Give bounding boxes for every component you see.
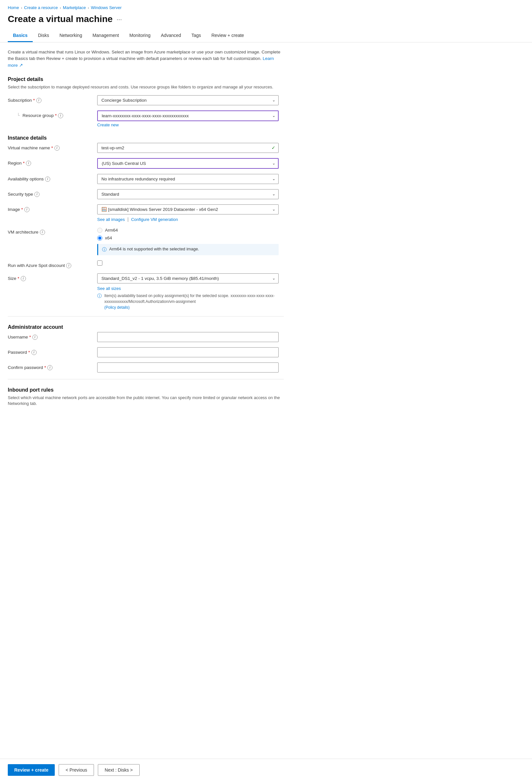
subscription-select[interactable]: Concierge Subscription xyxy=(97,95,279,105)
inbound-port-title: Inbound port rules xyxy=(8,387,284,393)
instance-details-title: Instance details xyxy=(8,135,284,141)
password-input[interactable] xyxy=(97,347,279,357)
breadcrumb-windows-server[interactable]: Windows Server xyxy=(91,5,122,10)
policy-info-icon: ⓘ xyxy=(97,293,102,299)
breadcrumb-create-resource[interactable]: Create a resource xyxy=(24,5,58,10)
spot-info-icon[interactable]: i xyxy=(66,263,71,268)
page-title-menu[interactable]: ··· xyxy=(117,15,122,23)
arch-x64-label: x64 xyxy=(105,236,112,240)
password-info-icon[interactable]: i xyxy=(32,350,37,355)
next-button[interactable]: Next : Disks > xyxy=(98,764,140,776)
tab-monitoring[interactable]: Monitoring xyxy=(124,30,156,42)
breadcrumb-sep-2: › xyxy=(59,6,61,10)
size-label: Size * i xyxy=(8,274,92,281)
image-row: Image * i 🪟 [smalldisk] Windows Server 2… xyxy=(8,204,284,222)
availability-label: Availability options i xyxy=(8,174,92,182)
size-select-wrap: Standard_DS1_v2 - 1 vcpu, 3.5 GiB memory… xyxy=(97,274,279,283)
security-info-icon[interactable]: i xyxy=(34,192,40,197)
create-new-link[interactable]: Create new xyxy=(97,122,284,127)
size-links: See all sizes xyxy=(97,285,284,291)
bottom-bar: Review + create < Previous Next : Disks … xyxy=(0,758,532,781)
vm-arch-control: Arm64 x64 ⓘ Arm64 is not supported with … xyxy=(97,227,284,255)
resource-group-select[interactable]: learn-xxxxxxxx-xxxx-xxxx-xxxx-xxxxxxxxxx… xyxy=(97,111,279,121)
policy-details-link[interactable]: (Policy details) xyxy=(104,305,279,310)
tab-networking[interactable]: Networking xyxy=(54,30,87,42)
policy-text-block: Item(s) availability based on policy ass… xyxy=(104,293,279,310)
image-required: * xyxy=(22,207,23,212)
image-label: Image * i xyxy=(8,204,92,212)
tab-management[interactable]: Management xyxy=(87,30,124,42)
size-control: Standard_DS1_v2 - 1 vcpu, 3.5 GiB memory… xyxy=(97,274,284,310)
password-row: Password * i xyxy=(8,347,284,357)
rg-info-icon[interactable]: i xyxy=(58,113,63,118)
tab-tags[interactable]: Tags xyxy=(186,30,206,42)
vm-arch-radio-group: Arm64 x64 xyxy=(97,228,284,241)
breadcrumb-marketplace[interactable]: Marketplace xyxy=(63,5,86,10)
subscription-info-icon[interactable]: i xyxy=(36,98,41,103)
username-info-icon[interactable]: i xyxy=(32,335,38,340)
previous-button[interactable]: < Previous xyxy=(58,764,94,776)
configure-vm-link[interactable]: Configure VM generation xyxy=(131,217,178,222)
confirm-password-row: Confirm password * i xyxy=(8,363,284,373)
size-row: Size * i Standard_DS1_v2 - 1 vcpu, 3.5 G… xyxy=(8,274,284,310)
vm-name-row: Virtual machine name * i ✓ xyxy=(8,143,284,153)
username-label: Username * i xyxy=(8,332,92,340)
see-all-images-link[interactable]: See all images xyxy=(97,217,125,222)
spot-checkbox[interactable] xyxy=(97,260,103,265)
size-info-icon[interactable]: i xyxy=(21,276,26,281)
availability-info-icon[interactable]: i xyxy=(45,176,50,182)
arch-arm64-radio[interactable] xyxy=(97,228,103,233)
spot-row: Run with Azure Spot discount i xyxy=(8,260,284,268)
arch-arm64-option[interactable]: Arm64 xyxy=(97,228,284,233)
resource-group-label: └ Resource group * i xyxy=(8,111,92,118)
security-control: Standard ⌄ xyxy=(97,189,284,199)
confirm-password-control xyxy=(97,363,284,373)
vmname-required: * xyxy=(51,146,53,150)
resource-group-row: └ Resource group * i learn-xxxxxxxx-xxxx… xyxy=(8,111,284,127)
availability-select[interactable]: No infrastructure redundancy required xyxy=(97,174,279,184)
breadcrumb: Home › Create a resource › Marketplace ›… xyxy=(0,0,532,13)
vm-name-label: Virtual machine name * i xyxy=(8,143,92,151)
confirm-password-label: Confirm password * i xyxy=(8,363,92,370)
vm-arch-info-icon[interactable]: i xyxy=(40,230,45,235)
section-divider xyxy=(8,316,284,317)
availability-control: No infrastructure redundancy required ⌄ xyxy=(97,174,284,184)
breadcrumb-sep-1: › xyxy=(21,6,23,10)
region-control: (US) South Central US ⌄ xyxy=(97,158,284,169)
page-title: Create a virtual machine xyxy=(8,14,113,24)
arm64-info-text: Arm64 is not supported with the selected… xyxy=(109,247,199,251)
availability-row: Availability options i No infrastructure… xyxy=(8,174,284,184)
size-required: * xyxy=(17,276,19,281)
username-row: Username * i xyxy=(8,332,284,342)
image-info-icon[interactable]: i xyxy=(24,207,30,212)
tab-advanced[interactable]: Advanced xyxy=(156,30,186,42)
bottom-spacer xyxy=(8,412,284,438)
see-all-sizes-link[interactable]: See all sizes xyxy=(97,286,121,291)
region-select[interactable]: (US) South Central US xyxy=(97,158,279,169)
vm-name-input[interactable] xyxy=(97,143,279,153)
arch-x64-radio[interactable] xyxy=(97,236,103,241)
vmname-info-icon[interactable]: i xyxy=(54,146,59,151)
tab-review-create[interactable]: Review + create xyxy=(206,30,249,42)
breadcrumb-home[interactable]: Home xyxy=(8,5,19,10)
rg-required: * xyxy=(55,113,57,118)
inbound-port-desc: Select which virtual machine network por… xyxy=(8,395,284,407)
subscription-required: * xyxy=(33,98,35,103)
rg-control: learn-xxxxxxxx-xxxx-xxxx-xxxx-xxxxxxxxxx… xyxy=(97,111,284,127)
size-select[interactable]: Standard_DS1_v2 - 1 vcpu, 3.5 GiB memory… xyxy=(97,274,279,283)
confirm-pw-info-icon[interactable]: i xyxy=(47,365,52,370)
arch-x64-option[interactable]: x64 xyxy=(97,236,284,241)
confirm-password-input[interactable] xyxy=(97,363,279,373)
review-create-button[interactable]: Review + create xyxy=(8,764,55,776)
region-info-icon[interactable]: i xyxy=(26,161,31,166)
image-select[interactable]: 🪟 [smalldisk] Windows Server 2019 Datace… xyxy=(97,204,279,214)
region-select-wrap: (US) South Central US ⌄ xyxy=(97,158,279,169)
tab-bar: Basics Disks Networking Management Monit… xyxy=(0,30,532,42)
tab-basics[interactable]: Basics xyxy=(8,30,33,42)
username-input[interactable] xyxy=(97,332,279,342)
breadcrumb-sep-3: › xyxy=(88,6,89,10)
tab-disks[interactable]: Disks xyxy=(33,30,54,42)
password-label: Password * i xyxy=(8,347,92,355)
subscription-control: Concierge Subscription ⌄ xyxy=(97,95,284,105)
security-select[interactable]: Standard xyxy=(97,189,279,199)
